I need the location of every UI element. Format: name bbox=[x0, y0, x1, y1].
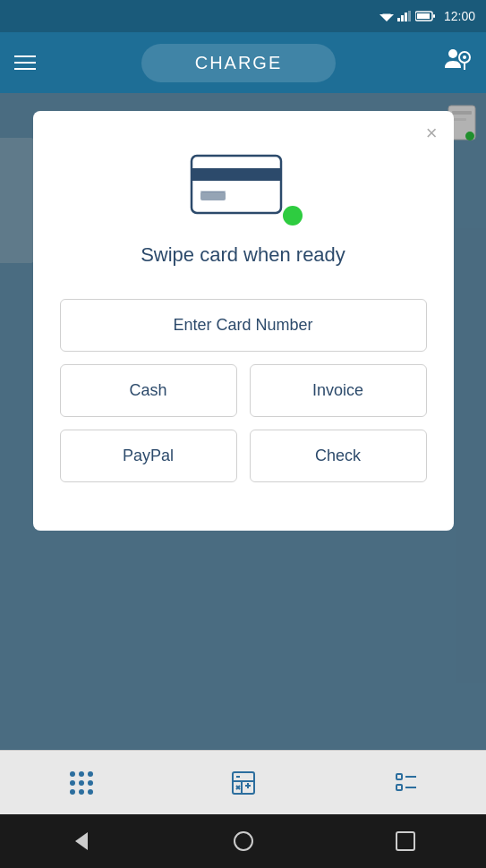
svg-point-21 bbox=[70, 771, 75, 777]
status-time: 12:00 bbox=[444, 9, 475, 23]
svg-rect-7 bbox=[417, 13, 430, 19]
top-bar: CHARGE bbox=[0, 32, 486, 93]
home-circle-icon bbox=[232, 830, 255, 853]
bottom-toolbar bbox=[0, 750, 486, 814]
signal-icon bbox=[397, 11, 412, 21]
paypal-check-row: PayPal Check bbox=[60, 430, 427, 482]
svg-point-23 bbox=[88, 771, 93, 777]
title-container: CHARGE bbox=[141, 44, 337, 82]
recent-apps-button[interactable] bbox=[394, 830, 417, 853]
list-icon bbox=[391, 769, 420, 797]
svg-rect-39 bbox=[396, 785, 402, 790]
svg-rect-2 bbox=[397, 18, 400, 21]
svg-point-22 bbox=[79, 771, 84, 777]
svg-rect-18 bbox=[192, 168, 281, 181]
svg-rect-3 bbox=[401, 15, 404, 21]
calculator-button[interactable] bbox=[221, 761, 266, 805]
recent-square-icon bbox=[394, 830, 417, 853]
svg-point-29 bbox=[88, 789, 93, 795]
svg-point-11 bbox=[463, 55, 466, 59]
invoice-button[interactable]: Invoice bbox=[250, 364, 427, 417]
numpad-icon bbox=[67, 769, 96, 797]
svg-point-25 bbox=[79, 780, 84, 786]
battery-icon bbox=[415, 11, 435, 21]
svg-point-28 bbox=[79, 789, 84, 795]
paypal-button[interactable]: PayPal bbox=[60, 430, 237, 482]
status-bar: 12:00 bbox=[0, 0, 486, 32]
swipe-instruction: Swipe card when ready bbox=[141, 243, 345, 267]
svg-point-27 bbox=[70, 789, 75, 795]
back-arrow-icon bbox=[70, 830, 93, 853]
svg-point-9 bbox=[448, 49, 457, 58]
card-illustration bbox=[190, 147, 297, 222]
wifi-icon bbox=[379, 11, 394, 21]
svg-point-43 bbox=[234, 832, 252, 850]
page-title: CHARGE bbox=[195, 53, 283, 72]
back-button[interactable] bbox=[70, 830, 93, 853]
check-button[interactable]: Check bbox=[250, 430, 427, 482]
enter-card-number-button[interactable]: Enter Card Number bbox=[60, 299, 427, 352]
home-button[interactable] bbox=[232, 830, 255, 853]
svg-rect-38 bbox=[396, 774, 402, 779]
cash-invoice-row: Cash Invoice bbox=[60, 364, 427, 417]
svg-point-26 bbox=[88, 780, 93, 786]
svg-rect-5 bbox=[408, 11, 411, 21]
numpad-button[interactable] bbox=[59, 761, 104, 805]
svg-rect-17 bbox=[192, 156, 281, 213]
svg-point-24 bbox=[70, 780, 75, 786]
person-location-icon[interactable] bbox=[441, 45, 472, 81]
svg-rect-4 bbox=[405, 13, 407, 21]
svg-rect-8 bbox=[433, 14, 435, 18]
hamburger-menu-button[interactable] bbox=[14, 55, 36, 70]
modal-dialog: × Swipe card when ready Enter Card Numbe… bbox=[33, 111, 454, 531]
close-button[interactable]: × bbox=[426, 123, 438, 143]
status-icons: 12:00 bbox=[379, 9, 475, 23]
cash-button[interactable]: Cash bbox=[60, 364, 237, 417]
nav-bar bbox=[0, 814, 486, 868]
credit-card-icon bbox=[190, 147, 297, 218]
svg-rect-19 bbox=[200, 191, 226, 200]
main-content: × Swipe card when ready Enter Card Numbe… bbox=[0, 93, 486, 750]
svg-marker-42 bbox=[75, 832, 88, 850]
list-button[interactable] bbox=[383, 761, 428, 805]
calculator-icon bbox=[229, 769, 258, 797]
svg-rect-30 bbox=[233, 772, 254, 794]
svg-rect-44 bbox=[396, 832, 414, 850]
card-connected-dot bbox=[283, 206, 303, 226]
